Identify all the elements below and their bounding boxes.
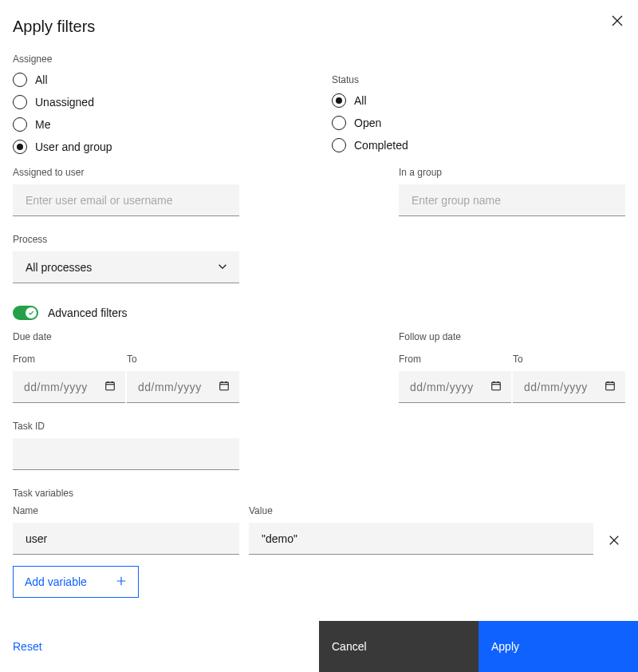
assignee-option[interactable]: All	[13, 73, 306, 87]
status-radio-group: AllOpenCompleted	[332, 93, 625, 152]
task-var-value-input[interactable]	[249, 523, 593, 555]
assignee-option-label: Me	[35, 118, 50, 131]
process-selected-value: All processes	[26, 261, 92, 274]
radio-icon	[332, 93, 346, 108]
plus-icon	[116, 575, 127, 589]
assignee-radio-group: AllUnassignedMeUser and group	[13, 73, 306, 154]
due-date-from-input[interactable]	[13, 371, 125, 403]
calendar-icon	[490, 380, 502, 393]
radio-icon	[332, 138, 346, 152]
task-var-name-input[interactable]	[13, 523, 239, 555]
svg-rect-1	[220, 382, 229, 390]
status-option-label: Completed	[354, 139, 408, 152]
in-a-group-label: In a group	[399, 167, 625, 178]
due-date-to-input[interactable]	[127, 371, 239, 403]
toggle-knob	[26, 307, 37, 318]
add-variable-button[interactable]: Add variable	[13, 566, 139, 598]
task-variables-label: Task variables	[13, 488, 625, 499]
remove-variable-button[interactable]	[604, 530, 624, 551]
calendar-icon	[104, 380, 116, 393]
assignee-option[interactable]: Me	[13, 117, 306, 132]
assignee-label: Assignee	[13, 53, 306, 65]
status-label: Status	[332, 74, 625, 85]
apply-button[interactable]: Apply	[478, 621, 638, 672]
assignee-option-label: Unassigned	[35, 96, 94, 109]
svg-rect-3	[606, 382, 615, 390]
follow-up-from-input[interactable]	[399, 371, 511, 403]
status-option-label: All	[354, 94, 367, 107]
status-option[interactable]: Open	[332, 116, 625, 130]
close-icon	[608, 536, 620, 548]
assigned-to-user-input[interactable]	[13, 184, 239, 216]
assignee-option-label: All	[35, 73, 48, 86]
advanced-filters-toggle[interactable]	[13, 306, 38, 320]
close-button[interactable]	[606, 10, 628, 32]
cancel-button[interactable]: Cancel	[319, 621, 478, 672]
svg-rect-2	[492, 382, 501, 390]
reset-link[interactable]: Reset	[13, 640, 42, 653]
status-option[interactable]: Completed	[332, 138, 625, 152]
calendar-icon	[605, 380, 616, 393]
svg-rect-0	[106, 382, 115, 390]
radio-icon	[332, 116, 346, 130]
close-icon	[611, 18, 624, 30]
status-option-label: Open	[354, 117, 381, 129]
dialog-title: Apply filters	[13, 18, 95, 36]
status-option[interactable]: All	[332, 93, 625, 108]
follow-up-to-label: To	[513, 354, 625, 365]
due-date-to-label: To	[127, 354, 239, 365]
task-id-label: Task ID	[13, 421, 625, 432]
assignee-option[interactable]: Unassigned	[13, 95, 306, 109]
due-date-from-label: From	[13, 354, 125, 365]
task-var-value-label: Value	[249, 505, 593, 516]
follow-up-date-label: Follow up date	[399, 331, 625, 342]
radio-icon	[13, 140, 27, 154]
process-label: Process	[13, 234, 625, 245]
calendar-icon	[219, 380, 230, 393]
radio-icon	[13, 117, 27, 132]
assignee-option[interactable]: User and group	[13, 140, 306, 154]
task-var-name-label: Name	[13, 505, 239, 516]
process-select[interactable]: All processes	[13, 251, 239, 283]
follow-up-to-input[interactable]	[513, 371, 625, 403]
chevron-down-icon	[217, 260, 228, 274]
radio-icon	[13, 73, 27, 87]
assigned-to-user-label: Assigned to user	[13, 167, 239, 178]
in-a-group-input[interactable]	[399, 184, 625, 216]
task-id-input[interactable]	[13, 438, 239, 470]
follow-up-from-label: From	[399, 354, 511, 365]
due-date-label: Due date	[13, 331, 239, 342]
assignee-option-label: User and group	[35, 140, 112, 153]
advanced-filters-label: Advanced filters	[48, 306, 128, 319]
add-variable-label: Add variable	[25, 575, 87, 588]
radio-icon	[13, 95, 27, 109]
